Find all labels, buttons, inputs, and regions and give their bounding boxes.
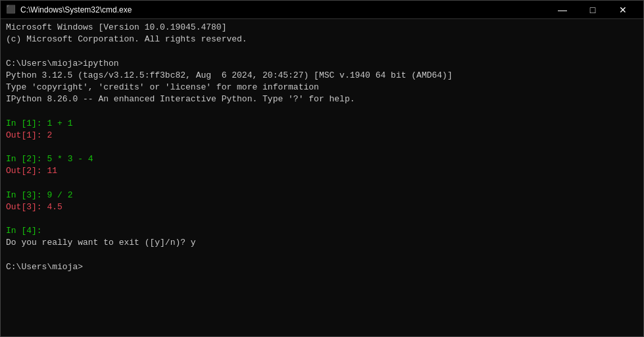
terminal-line: C:\Users\mioja> <box>6 261 638 273</box>
terminal-line: IPython 8.26.0 -- An enhanced Interactiv… <box>6 93 638 105</box>
terminal-line: In [2]: 5 * 3 - 4 <box>6 153 638 165</box>
maximize-button[interactable]: □ <box>578 1 608 19</box>
terminal-line: C:\Users\mioja>ipython <box>6 58 638 70</box>
terminal-line <box>6 45 638 57</box>
terminal-line: Out[2]: 11 <box>6 165 638 177</box>
terminal-line: Do you really want to exit ([y]/n)? y <box>6 237 638 249</box>
terminal-line: Python 3.12.5 (tags/v3.12.5:ff3bc82, Aug… <box>6 70 638 82</box>
titlebar: ⬛ C:\Windows\System32\cmd.exe — □ ✕ <box>1 1 643 19</box>
terminal-line: Out[1]: 2 <box>6 130 638 142</box>
terminal-line: Out[3]: 4.5 <box>6 201 638 213</box>
minimize-button[interactable]: — <box>547 1 578 19</box>
terminal-line: In [1]: 1 + 1 <box>6 118 638 130</box>
terminal-body[interactable]: Microsoft Windows [Version 10.0.19045.47… <box>1 19 643 336</box>
close-button[interactable]: ✕ <box>608 1 638 19</box>
terminal-line <box>6 249 638 261</box>
terminal-line <box>6 105 638 117</box>
terminal-line: (c) Microsoft Corporation. All rights re… <box>6 34 638 45</box>
terminal-line: In [4]: <box>6 225 638 237</box>
terminal-line <box>6 213 638 225</box>
terminal-line: Type 'copyright', 'credits' or 'license'… <box>6 82 638 93</box>
cmd-icon: ⬛ <box>6 5 16 15</box>
terminal-line <box>6 142 638 153</box>
terminal-line: In [3]: 9 / 2 <box>6 190 638 201</box>
titlebar-title: C:\Windows\System32\cmd.exe <box>20 5 547 14</box>
terminal-line <box>6 177 638 189</box>
titlebar-controls: — □ ✕ <box>547 1 638 19</box>
window: ⬛ C:\Windows\System32\cmd.exe — □ ✕ Micr… <box>0 0 644 337</box>
terminal-line: Microsoft Windows [Version 10.0.19045.47… <box>6 22 638 34</box>
